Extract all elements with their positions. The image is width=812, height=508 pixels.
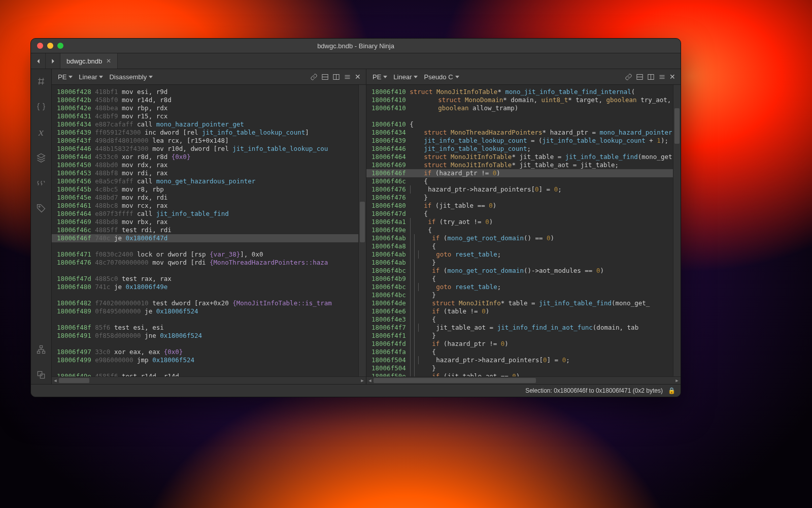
pseudoc-line[interactable]: 18006f480 if (jit_table == 0) [366, 202, 681, 210]
disassembly-view[interactable]: 18006f428 418bf1 mov esi, r9d18006f42b 4… [52, 85, 366, 384]
tree-icon[interactable] [31, 340, 51, 359]
pseudoc-line[interactable]: 18006f410 gboolean allow_tramp) [366, 104, 681, 112]
pseudoc-line[interactable]: 18006f4ab if (mono_get_root_domain() == … [366, 234, 681, 242]
disasm-line[interactable]: 18006f480 741c je 0x18006f49e [52, 283, 366, 291]
format-dropdown[interactable]: PE [55, 73, 76, 81]
view-dropdown[interactable]: Linear [390, 73, 421, 81]
pseudoc-line[interactable]: 18006f4b9 { [366, 275, 681, 283]
disasm-line[interactable]: 18006f450 488bd0 mov rdx, rax [52, 161, 366, 169]
pseudoc-line[interactable]: 18006f46c { [366, 177, 681, 185]
pseudoc-line[interactable]: 18006f4e3 { [366, 315, 681, 324]
disasm-line[interactable]: 18006f471 f0830c2400 lock or dword [rsp … [52, 250, 366, 259]
disasm-line[interactable]: 18006f46f 740c je 0x18006f47d [52, 234, 366, 242]
mode-dropdown[interactable]: Disassembly [106, 73, 156, 81]
format-dropdown[interactable]: PE [369, 73, 390, 81]
pseudoc-line[interactable]: 18006f469 struct MonoJitInfoTable* jit_t… [366, 161, 681, 169]
menu-icon[interactable] [342, 71, 353, 82]
disasm-line[interactable]: 18006f469 488bd8 mov rbx, rax [52, 218, 366, 226]
pseudoc-line[interactable]: 18006f4fd if (hazard_ptr != 0) [366, 340, 681, 348]
tag-icon[interactable] [31, 199, 51, 217]
disasm-line[interactable]: 18006f428 418bf1 mov esi, r9d [52, 88, 366, 96]
split-h-icon[interactable] [634, 71, 645, 82]
hash-icon[interactable] [31, 72, 51, 90]
disasm-line[interactable]: 18006f42b 458bf0 mov r14d, r8d [52, 96, 366, 104]
file-tab[interactable]: bdwgc.bndb ✕ [60, 53, 118, 69]
pseudoc-line[interactable]: 18006f4ab } [366, 259, 681, 267]
disasm-line[interactable]: 18006f476 48c70700000000 mov qword [rdi … [52, 259, 366, 267]
pseudoc-line[interactable]: 18006f4de struct MonoJitInfo* table = ji… [366, 299, 681, 307]
disasm-line[interactable]: 18006f431 4c8bf9 mov r15, rcx [52, 112, 366, 120]
pseudoc-line[interactable]: 18006f4bc } [366, 291, 681, 299]
disasm-line[interactable]: 18006f46c 4885ff test rdi, rdi [52, 226, 366, 234]
forward-button[interactable] [46, 53, 60, 69]
disasm-line[interactable]: 18006f456 e8a5c9faff call mono_get_hazar… [52, 177, 366, 185]
pseudoc-line[interactable]: 18006f4fa { [366, 348, 681, 356]
pseudoc-line[interactable]: 18006f4f1 } [366, 332, 681, 340]
disasm-line[interactable]: 18006f497 33c0 xor eax, eax {0x0} [52, 348, 366, 356]
maximize-button[interactable] [57, 43, 63, 49]
pseudoc-line[interactable]: 18006f4f7 jit_table_aot = jit_info_find_… [366, 324, 681, 332]
layers-icon[interactable] [31, 148, 51, 167]
close-tab-icon[interactable]: ✕ [106, 57, 111, 65]
disasm-line[interactable]: 18006f453 488bf8 mov rdi, rax [52, 169, 366, 177]
pseudoc-line[interactable]: 18006f410 struct MonoJitInfoTable* mono_… [366, 88, 681, 96]
disasm-line[interactable]: 18006f446 448b15832f4300 mov r10d, dword… [52, 145, 366, 153]
disasm-line[interactable]: 18006f45e 488bd7 mov rdx, rdi [52, 194, 366, 202]
pseudoc-line[interactable]: 18006f476 } [366, 194, 681, 202]
split-v-icon[interactable] [645, 71, 656, 82]
disasm-line[interactable]: 18006f499 e986000000 jmp 0x18006f524 [52, 356, 366, 364]
scroll-right-icon[interactable]: ▶ [673, 377, 681, 384]
pseudoc-line[interactable]: 18006f504 hazard_ptr->hazard_pointers[0]… [366, 356, 681, 364]
overlap-icon[interactable] [31, 366, 51, 384]
pseudoc-line[interactable]: 18006f4ab goto reset_table; [366, 250, 681, 259]
variable-icon[interactable]: x [31, 123, 51, 141]
scroll-right-icon[interactable]: ▶ [359, 377, 366, 384]
split-v-icon[interactable] [330, 71, 342, 82]
pseudoc-line[interactable]: 18006f410 { [366, 120, 681, 129]
pseudoc-view[interactable]: 18006f410 struct MonoJitInfoTable* mono_… [366, 85, 681, 384]
disasm-line[interactable]: 18006f44d 4533c0 xor r8d, r8d {0x0} [52, 153, 366, 161]
pseudoc-line[interactable]: 18006f49e { [366, 226, 681, 234]
disasm-line[interactable]: 18006f439 ff05912f4300 inc dword [rel ji… [52, 129, 366, 137]
disasm-line[interactable]: 18006f45b 4c8bc5 mov r8, rbp [52, 185, 366, 194]
braces-icon[interactable] [31, 98, 51, 116]
minimize-button[interactable] [47, 43, 53, 49]
pseudoc-line[interactable]: 18006f434 struct MonoThreadHazardPointer… [366, 129, 681, 137]
pseudoc-line[interactable]: 18006f4bc if (mono_get_root_domain()->ao… [366, 267, 681, 275]
pseudoc-line[interactable]: 18006f46f if (hazard_ptr != 0) [366, 169, 681, 177]
mode-dropdown[interactable]: Pseudo C [421, 73, 462, 81]
disasm-line[interactable]: 18006f464 e807f3ffff call jit_info_table… [52, 210, 366, 218]
link-icon[interactable] [623, 71, 634, 82]
split-h-icon[interactable] [319, 71, 330, 82]
link-icon[interactable] [308, 71, 319, 82]
disasm-line[interactable]: 18006f434 e887cafaff call mono_hazard_po… [52, 120, 366, 129]
quote-icon[interactable] [31, 174, 51, 192]
disasm-line[interactable]: 18006f47d 4885c0 test rax, rax [52, 275, 366, 283]
close-pane-icon[interactable]: ✕ [353, 73, 363, 81]
disasm-line[interactable]: 18006f491 0f858d000000 jne 0x18006f524 [52, 332, 366, 340]
disasm-line[interactable]: 18006f482 f7402000000010 test dword [rax… [52, 299, 366, 307]
pseudoc-line[interactable]: 18006f4bc goto reset_table; [366, 283, 681, 291]
disasm-line[interactable]: 18006f48f 85f6 test esi, esi [52, 324, 366, 332]
close-pane-icon[interactable]: ✕ [667, 73, 678, 81]
scroll-left-icon[interactable]: ◀ [52, 377, 59, 384]
disasm-line[interactable]: 18006f461 488bc8 mov rcx, rax [52, 202, 366, 210]
pseudoc-line[interactable]: 18006f446 jit_info_table_lookup_count; [366, 145, 681, 153]
pseudoc-line[interactable]: 18006f4a1 if (try_aot != 0) [366, 218, 681, 226]
pseudoc-line[interactable]: 18006f47d { [366, 210, 681, 218]
view-dropdown[interactable]: Linear [76, 73, 106, 81]
pseudoc-line[interactable]: 18006f504 } [366, 364, 681, 372]
pseudoc-line[interactable]: 18006f476 hazard_ptr->hazard_pointers[0]… [366, 185, 681, 194]
pseudoc-line[interactable]: 18006f4e6 if (table != 0) [366, 307, 681, 315]
v-scrollbar[interactable] [673, 85, 681, 377]
pseudoc-line[interactable]: 18006f439 jit_info_table_lookup_count = … [366, 137, 681, 145]
disasm-line[interactable]: 18006f489 0f8495000000 je 0x18006f524 [52, 307, 366, 315]
menu-icon[interactable] [656, 71, 667, 82]
close-button[interactable] [37, 43, 43, 49]
pseudoc-line[interactable]: 18006f4a8 { [366, 242, 681, 250]
back-button[interactable] [31, 53, 46, 69]
lock-icon[interactable]: 🔒 [668, 387, 675, 394]
pseudoc-line[interactable]: 18006f464 struct MonoJitInfoTable* jit_t… [366, 153, 681, 161]
scroll-left-icon[interactable]: ◀ [366, 377, 374, 384]
h-scrollbar[interactable]: ◀ ▶ [366, 376, 681, 384]
